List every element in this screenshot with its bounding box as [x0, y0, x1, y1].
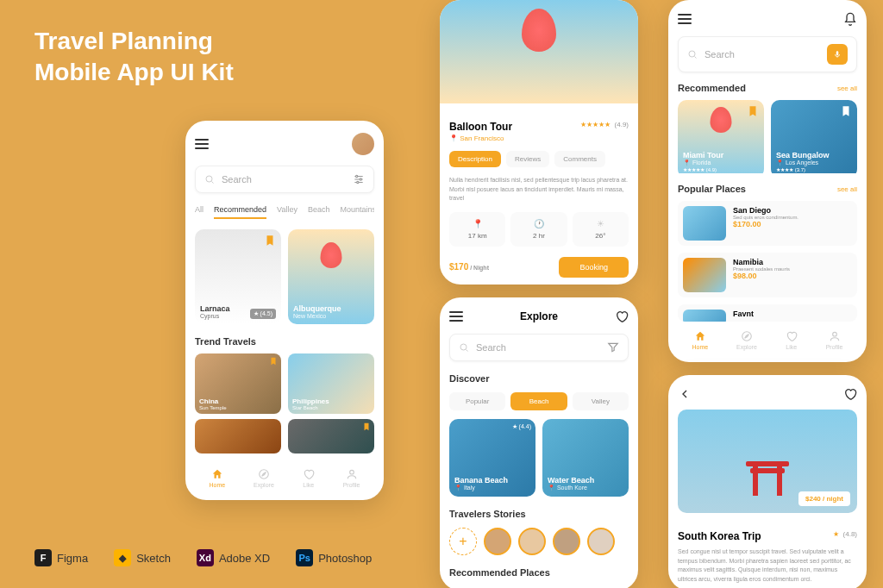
description-text: Sed congue nisl ut tempor suscipit trave…: [678, 547, 857, 584]
search-input[interactable]: Search: [678, 36, 857, 72]
destination-card[interactable]: AlbuquerqueNew Mexico: [288, 229, 374, 324]
add-story-button[interactable]: +: [449, 528, 477, 555]
search-icon: [204, 174, 215, 185]
menu-icon[interactable]: [678, 14, 692, 24]
tool-sketch: ◆Sketch: [114, 549, 171, 566]
heart-icon[interactable]: [843, 387, 857, 401]
description-text: Nulla hendrerit facilisis nisl, sed pell…: [449, 176, 629, 203]
location-text: 📍 San Francisco: [449, 134, 629, 142]
phone-detail: Balloon Tour ★★★★★ (4.9) 📍 San Francisco…: [440, 0, 638, 285]
recommended-card[interactable]: Sea Bungalow📍 Los Angeles★★★★ (3.7): [771, 100, 857, 173]
nav-profile[interactable]: Profile: [343, 468, 360, 488]
tools-list: FFigma ◆Sketch XdAdobe XD PsPhotoshop: [34, 549, 372, 566]
tab-all[interactable]: All: [195, 205, 204, 219]
svg-rect-15: [836, 51, 839, 55]
svg-marker-17: [745, 335, 749, 339]
nav-like[interactable]: Like: [786, 330, 798, 350]
tab-mountains[interactable]: Mountains: [340, 205, 374, 219]
phone-home: Search All Recommended Valley Beach Moun…: [185, 121, 384, 500]
tab-recommended[interactable]: Recommended: [214, 205, 266, 219]
svg-point-11: [460, 344, 467, 350]
mic-button[interactable]: [827, 44, 848, 65]
see-all-link[interactable]: see all: [837, 185, 857, 193]
detail-title: South Korea Trip: [678, 530, 761, 542]
sketch-icon: ◆: [114, 549, 131, 566]
phone-recommended: Search Recommendedsee all Miami Tour📍 Fl…: [668, 0, 867, 362]
tab-beach[interactable]: Beach: [308, 205, 330, 219]
figma-icon: F: [34, 549, 52, 566]
filter-popular[interactable]: Popular: [449, 392, 505, 410]
bell-icon[interactable]: [843, 12, 857, 26]
stat-weather: ☀26°: [573, 212, 629, 247]
trend-card[interactable]: [288, 419, 374, 454]
tab-reviews[interactable]: Reviews: [506, 151, 549, 167]
user-icon: [829, 330, 841, 342]
filter-valley[interactable]: Valley: [573, 392, 629, 410]
tool-figma: FFigma: [34, 549, 88, 566]
nav-home[interactable]: Home: [209, 468, 225, 488]
stories-row: +: [449, 528, 629, 555]
bottom-nav: Home Explore Like Profile: [678, 322, 857, 350]
heart-icon: [303, 468, 315, 480]
beach-card[interactable]: Water Beach📍 South Kore: [542, 419, 629, 497]
nav-like[interactable]: Like: [303, 468, 315, 488]
booking-button[interactable]: Booking: [559, 257, 629, 278]
svg-point-18: [832, 332, 836, 336]
search-input[interactable]: Search: [449, 334, 629, 361]
story-avatar[interactable]: [518, 528, 546, 555]
svg-point-10: [349, 470, 354, 474]
place-row[interactable]: Favnt: [678, 304, 857, 322]
nav-explore[interactable]: Explore: [736, 330, 757, 350]
nav-explore[interactable]: Explore: [254, 468, 274, 488]
rating-badge: ★ (4.4): [512, 423, 531, 430]
story-avatar[interactable]: [587, 528, 615, 555]
tab-valley[interactable]: Valley: [277, 205, 297, 219]
bookmark-icon[interactable]: [747, 105, 759, 117]
story-avatar[interactable]: [484, 528, 511, 555]
recommended-card[interactable]: Miami Tour📍 Florida★★★★★ (4.9): [678, 100, 764, 173]
star-icon: ★: [833, 530, 839, 538]
home-icon: [211, 468, 223, 480]
svg-point-6: [360, 178, 361, 180]
mic-icon: [833, 50, 842, 59]
section-title: Trend Travels: [195, 336, 374, 347]
filter-icon[interactable]: [607, 341, 619, 353]
page-title: Explore: [520, 310, 558, 322]
search-input[interactable]: Search: [195, 166, 374, 193]
avatar[interactable]: [352, 133, 374, 155]
back-icon[interactable]: [678, 387, 692, 401]
bookmark-icon[interactable]: [264, 235, 276, 247]
tab-description[interactable]: Description: [449, 151, 501, 167]
section-title: Travelers Stories: [449, 509, 629, 519]
nav-home[interactable]: Home: [692, 330, 708, 350]
menu-icon[interactable]: [195, 139, 209, 149]
xd-icon: Xd: [197, 549, 214, 566]
filter-icon[interactable]: [353, 173, 365, 185]
ps-icon: Ps: [296, 549, 313, 566]
stat-duration: 🕐2 hr: [510, 212, 567, 247]
stat-distance: 📍17 km: [449, 212, 505, 247]
svg-point-0: [206, 176, 212, 182]
heart-icon[interactable]: [615, 310, 629, 323]
svg-line-1: [212, 182, 214, 184]
svg-marker-9: [262, 472, 266, 477]
nav-profile[interactable]: Profile: [826, 330, 843, 350]
story-avatar[interactable]: [553, 528, 580, 555]
tab-comments[interactable]: Comments: [554, 151, 605, 167]
search-icon: [459, 342, 469, 353]
place-row[interactable]: San DiegoSed quis eros condimentum.$170.…: [678, 201, 857, 246]
trend-card[interactable]: PhilippinesStar Beach: [288, 353, 374, 414]
place-row[interactable]: NamibiaPraesent sodales mauris$98.00: [678, 253, 857, 297]
svg-point-8: [260, 470, 269, 479]
trend-card[interactable]: [195, 419, 281, 454]
section-title: Discover: [449, 373, 629, 384]
trend-card[interactable]: ChinaSun Temple: [195, 353, 281, 414]
destination-card[interactable]: LarnacaCyprus ★ (4.5): [195, 229, 281, 324]
bookmark-icon[interactable]: [840, 105, 852, 117]
beach-card[interactable]: ★ (4.4) Banana Beach📍 Italy: [449, 419, 535, 497]
category-tabs: All Recommended Valley Beach Mountains: [195, 205, 374, 219]
see-all-link[interactable]: see all: [837, 84, 857, 92]
filter-beach[interactable]: Beach: [510, 392, 567, 410]
place-row[interactable]: Canada★★★★★ (4.6): [449, 585, 629, 588]
menu-icon[interactable]: [449, 311, 463, 322]
